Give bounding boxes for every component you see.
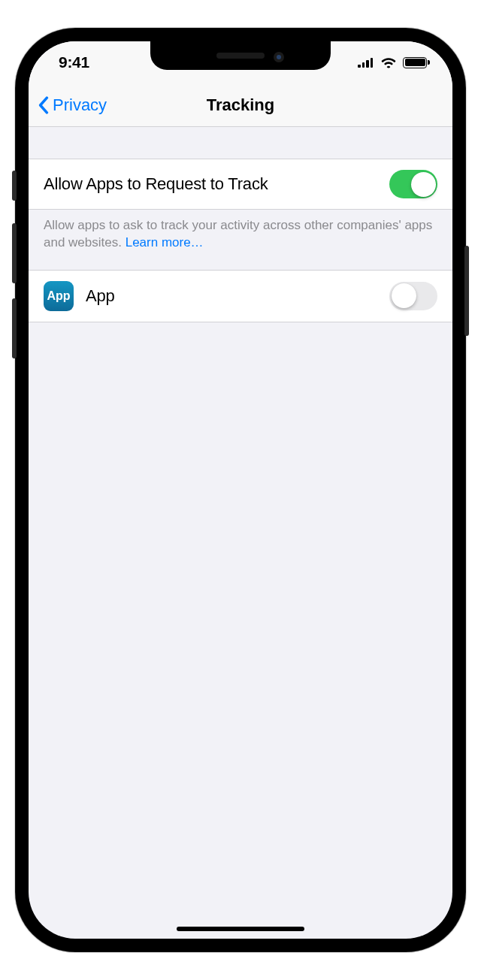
- toggle-knob: [392, 283, 416, 308]
- battery-icon: [403, 57, 427, 68]
- allow-tracking-label: Allow Apps to Request to Track: [44, 174, 268, 194]
- toggle-knob: [411, 172, 436, 197]
- phone-frame: 9:41 Privacy Tracking Allow Apps to Requ…: [15, 28, 466, 952]
- app-tracking-cell: App App: [29, 270, 452, 322]
- volume-up-button: [12, 223, 17, 283]
- nav-bar: Privacy Tracking: [29, 83, 452, 127]
- volume-down-button: [12, 298, 17, 358]
- app-tracking-toggle[interactable]: [389, 282, 437, 310]
- status-icons: [358, 56, 427, 68]
- description-text: Allow apps to ask to track your activity…: [44, 218, 432, 250]
- allow-tracking-cell: Allow Apps to Request to Track: [29, 159, 452, 210]
- chevron-left-icon: [38, 96, 50, 114]
- back-label: Privacy: [53, 95, 107, 115]
- allow-tracking-description: Allow apps to ask to track your activity…: [29, 210, 452, 270]
- app-icon: App: [44, 281, 74, 311]
- mute-switch: [12, 171, 17, 201]
- home-indicator[interactable]: [177, 927, 304, 931]
- notch: [150, 41, 331, 70]
- app-name-label: App: [86, 286, 115, 306]
- wifi-icon: [380, 56, 397, 68]
- learn-more-link[interactable]: Learn more…: [126, 235, 204, 250]
- back-button[interactable]: Privacy: [38, 95, 107, 115]
- power-button: [464, 246, 469, 336]
- content: Allow Apps to Request to Track Allow app…: [29, 127, 452, 322]
- speaker: [216, 53, 265, 59]
- allow-tracking-toggle[interactable]: [389, 170, 437, 198]
- cellular-icon: [358, 57, 374, 68]
- screen: 9:41 Privacy Tracking Allow Apps to Requ…: [29, 41, 452, 939]
- status-time: 9:41: [59, 53, 89, 71]
- front-camera: [274, 52, 284, 62]
